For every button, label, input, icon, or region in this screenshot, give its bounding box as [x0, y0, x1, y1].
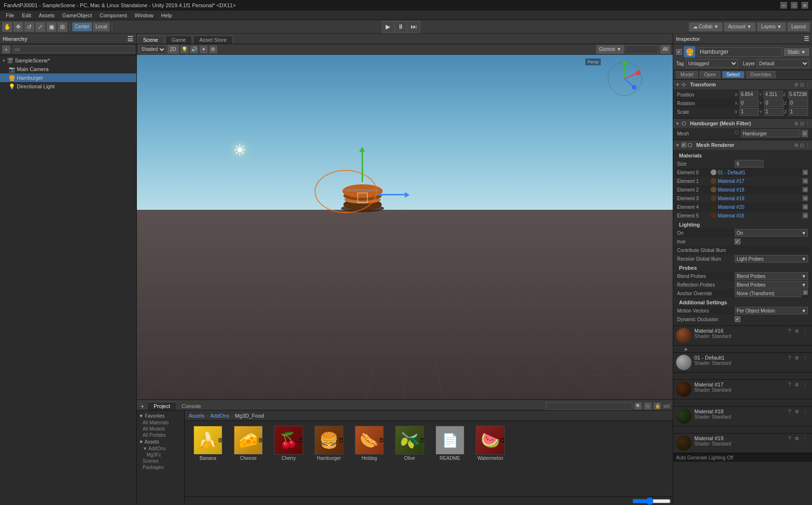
scale-y-val[interactable]: 1 — [764, 108, 783, 116]
element4-select[interactable]: ⊙ — [802, 204, 808, 210]
tree-addons[interactable]: ▼ AddOns — [139, 445, 182, 452]
scene-view-options[interactable]: ⚙ — [209, 45, 218, 54]
tab-console[interactable]: Console — [176, 402, 206, 410]
rot-y-val[interactable]: 0 — [764, 99, 783, 107]
scale-x-val[interactable]: 1 — [739, 108, 759, 116]
hierarchy-search[interactable] — [12, 46, 134, 53]
static-btn[interactable]: Static ▼ — [784, 48, 809, 56]
mat17-card[interactable]: Material #17 Shader Standard ? ⚙ ⋮ — [673, 380, 812, 399]
breadcrumb-mg3dfood[interactable]: Mg3D_Food — [235, 413, 264, 419]
castshadows-dropdown[interactable]: On ▼ — [735, 229, 808, 237]
hierarchy-scene[interactable]: ▼ 🎬 SampleScene* ⋮ — [0, 56, 136, 65]
element3-name[interactable]: Material #19 — [718, 196, 744, 201]
menu-file[interactable]: File — [2, 11, 18, 20]
layers-btn[interactable]: Layers ▼ — [757, 22, 786, 32]
default1-more[interactable]: ⋮ — [801, 355, 809, 361]
mat18-question[interactable]: ? — [787, 409, 792, 415]
transform-actions[interactable]: ⚙ ⊡ ⋮ — [794, 82, 810, 87]
pause-btn[interactable]: ⏸ — [395, 21, 407, 33]
cherry-arrow[interactable]: › — [299, 438, 303, 443]
element1-select[interactable]: ⊙ — [802, 178, 808, 184]
audio-toggle[interactable]: 🔊 — [190, 45, 198, 54]
menu-window[interactable]: Window — [131, 11, 157, 20]
tab-project[interactable]: Project — [148, 402, 176, 410]
cheese-arrow[interactable]: › — [259, 438, 262, 443]
gizmos-btn[interactable]: Gizmos ▼ — [596, 45, 624, 54]
favorites-section[interactable]: ▼ Favorites — [139, 412, 182, 420]
hand-tool[interactable]: ✋ — [2, 22, 12, 32]
insp-tab-open[interactable]: Open — [700, 71, 720, 78]
element5-select[interactable]: ⊙ — [802, 213, 808, 218]
meshrenderer-actions[interactable]: ⚙ ⊡ ⋮ — [794, 143, 810, 148]
asset-cheese[interactable]: 🧀 › Cheese — [229, 425, 267, 462]
watermelon-arrow[interactable]: › — [501, 438, 504, 443]
receiveshadows-checkbox[interactable] — [735, 239, 740, 244]
asset-hotdog[interactable]: 🌭 › Hotdog — [350, 425, 388, 462]
menu-component[interactable]: Component — [96, 11, 131, 20]
dynamicocclusion-checkbox[interactable] — [735, 316, 740, 322]
local-btn[interactable]: Local — [93, 22, 110, 32]
element3-select[interactable]: ⊙ — [802, 195, 808, 201]
object-active-checkbox[interactable] — [676, 49, 682, 55]
filter-icon[interactable]: ☆ — [644, 402, 652, 410]
mesh-field[interactable]: Hamburger — [741, 130, 800, 137]
meshrenderer-active[interactable] — [681, 143, 686, 147]
element4-name[interactable]: Material #20 — [718, 204, 744, 210]
menu-edit[interactable]: Edit — [18, 11, 35, 20]
menu-gameobject[interactable]: GameObject — [59, 11, 96, 20]
mat17-settings[interactable]: ⚙ — [793, 382, 800, 388]
assets-section[interactable]: ▼ Assets — [139, 438, 182, 445]
project-search[interactable] — [546, 402, 632, 410]
insp-tab-overrides[interactable]: Overrides — [746, 71, 776, 78]
scene-menu[interactable]: ⋮ — [130, 58, 134, 63]
banana-arrow[interactable]: › — [218, 438, 222, 443]
motionvectors-dropdown[interactable]: Per Object Motion ▼ — [735, 307, 808, 314]
shading-dropdown[interactable]: Shaded — [139, 45, 166, 54]
hierarchy-hamburger[interactable]: 🍔 Hamburger — [0, 73, 136, 82]
anchoroverride-field[interactable]: None (Transform) — [735, 289, 801, 297]
insp-tab-select[interactable]: Select — [722, 71, 744, 78]
transform-header[interactable]: ▼ ⊹ Transform ⚙ ⊡ ⋮ — [673, 80, 812, 89]
lightprobes-dropdown[interactable]: Blend Probes ▼ — [735, 272, 808, 280]
menu-assets[interactable]: Assets — [35, 11, 59, 20]
element1-name[interactable]: Material #17 — [718, 179, 744, 184]
zoom-slider[interactable] — [632, 498, 671, 504]
tab-game[interactable]: Game — [165, 36, 192, 44]
element5-name[interactable]: Material #16 — [718, 213, 744, 218]
mat19-settings[interactable]: ⚙ — [793, 435, 800, 442]
mat16-more[interactable]: ⋮ — [801, 328, 809, 334]
mat16-question[interactable]: ? — [787, 328, 792, 334]
hierarchy-maincamera[interactable]: 📷 Main Camera — [0, 65, 136, 73]
pos-x-val[interactable]: 6.854 — [739, 91, 758, 98]
breadcrumb-assets[interactable]: Assets — [189, 413, 205, 419]
mat18-settings[interactable]: ⚙ — [793, 409, 800, 415]
olive-arrow[interactable]: › — [420, 438, 424, 443]
layer-select[interactable]: Default — [757, 59, 809, 68]
anchoroverride-select[interactable]: ⊙ — [802, 289, 808, 295]
move-tool[interactable]: ✥ — [13, 22, 24, 32]
fav-models[interactable]: All Models — [139, 426, 182, 432]
pos-z-val[interactable]: 5.67238 — [788, 91, 808, 98]
search-icon[interactable]: 🔍 — [634, 402, 642, 410]
reflectionprobes-dropdown[interactable]: Blend Probes ▼ — [735, 281, 808, 289]
transform-tool[interactable]: ⊞ — [57, 22, 68, 32]
mat19-more[interactable]: ⋮ — [801, 435, 809, 442]
asset-banana[interactable]: 🍌 › Banana — [189, 425, 227, 462]
lock-icon[interactable]: 🔒 — [654, 402, 661, 410]
fx-toggle[interactable]: ✦ — [199, 45, 208, 54]
account-btn[interactable]: Account ▼ — [724, 22, 756, 32]
size-field[interactable]: 6 — [735, 160, 764, 168]
meshrenderer-header[interactable]: ▼ ⬡ Mesh Renderer ⚙ ⊡ ⋮ — [673, 140, 812, 150]
mat17-question[interactable]: ? — [787, 382, 792, 388]
mat19-question[interactable]: ? — [787, 435, 792, 442]
scale-z-val[interactable]: 1 — [789, 108, 808, 116]
asset-readme[interactable]: 📄 README — [431, 425, 469, 462]
meshfilter-header[interactable]: ▼ ⬡ Hamburger (Mesh Filter) ⚙ ⊡ ⋮ — [673, 119, 812, 128]
collab-btn[interactable]: ☁ Collab ▼ — [689, 22, 723, 32]
hierarchy-directionallight[interactable]: 💡 Directional Light — [0, 82, 136, 91]
object-name-field[interactable] — [697, 47, 782, 57]
default1-settings[interactable]: ⚙ — [793, 355, 800, 361]
element2-name[interactable]: Material #18 — [718, 187, 744, 192]
asset-olive[interactable]: 🫒 › Olive — [390, 425, 429, 462]
fav-materials[interactable]: All Materials — [139, 420, 182, 426]
